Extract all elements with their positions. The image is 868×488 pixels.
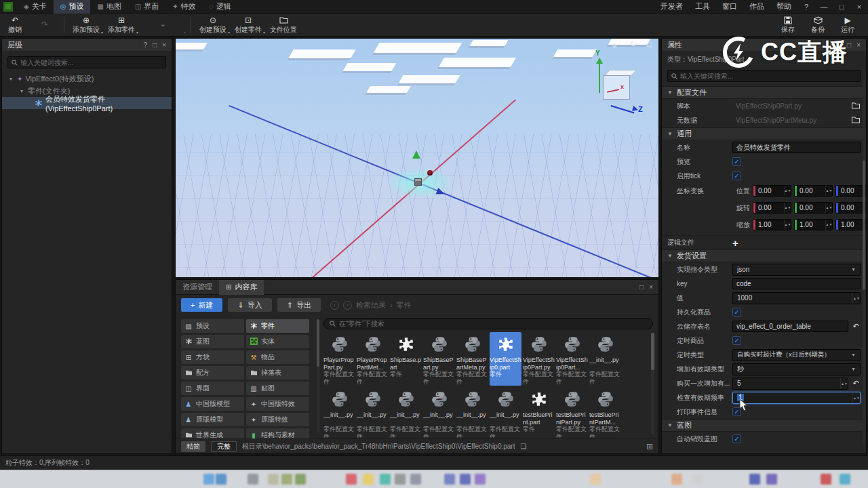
file-item[interactable]: __init__.py零件配置文件 — [589, 332, 621, 386]
undo-button[interactable]: ↶撤销 — [0, 14, 30, 37]
taskbar-icon[interactable] — [840, 474, 850, 485]
menu-window[interactable]: 窗口 — [716, 1, 743, 12]
category-vanilla-model[interactable]: ♟原版模型 — [181, 413, 244, 426]
section-blueprint[interactable]: ▼蓝图 — [662, 419, 866, 432]
float-panel-icon[interactable]: □ — [153, 41, 157, 49]
maximize-icon[interactable]: □ — [833, 3, 850, 11]
tree-item-vipeffect0[interactable]: ▾ ✦ VipEffect0(特效预设) — [2, 73, 172, 85]
maximize-viewport-icon[interactable]: □ — [647, 40, 652, 49]
taskbar-icon[interactable] — [216, 474, 226, 485]
taskbar-icon[interactable] — [410, 474, 421, 485]
tab-logic[interactable]: ◌逻辑 — [203, 0, 238, 14]
file-item[interactable]: ShipBasePartMeta.py零件配置文件 — [456, 332, 488, 386]
viewport-3d[interactable]: ↔↕ ↻ □ Y x Z — [175, 38, 659, 278]
spinner-icon[interactable]: ▲▼ — [784, 220, 791, 230]
file-item[interactable]: __init__.py零件配置文件 — [423, 387, 455, 438]
taskbar-icon[interactable] — [395, 474, 406, 485]
file-item-selected[interactable]: VipEffectShip0.part零件 — [490, 332, 521, 386]
minimize-icon[interactable]: — — [815, 3, 833, 11]
taskbar-icon[interactable] — [821, 474, 831, 485]
collapse-arrow-icon[interactable]: ▾ — [7, 76, 14, 82]
category-texture[interactable]: ▥贴图 — [246, 382, 309, 395]
tree-item-ship-part[interactable]: 会员特效发货零件(VipEffectShip0Part) — [2, 97, 172, 109]
file-item[interactable]: PlayerPropPartMet...零件配置文件 — [357, 332, 389, 386]
spinner-icon[interactable]: ▲▼ — [784, 186, 791, 196]
copy-path-icon[interactable]: ❏ — [520, 443, 526, 450]
category-part[interactable]: 零件 — [246, 319, 309, 333]
properties-search[interactable] — [667, 70, 861, 82]
browse-folder-icon[interactable] — [851, 116, 861, 125]
taskbar-icon[interactable] — [444, 474, 455, 485]
hierarchy-search-input[interactable] — [20, 59, 162, 66]
section-general[interactable]: ▼通用 — [662, 127, 866, 140]
taskbar-icon[interactable] — [268, 474, 279, 485]
check-freq-stepper-focused[interactable]: 1▲▼ — [732, 392, 861, 404]
float-panel-icon[interactable]: □ — [847, 41, 851, 49]
taskbar-icon[interactable] — [363, 474, 374, 485]
tab-content-library[interactable]: ⊞内容库 — [219, 280, 264, 295]
create-part-button[interactable]: ⊡创建零件▾ — [231, 14, 266, 37]
timed-checkbox[interactable] — [732, 336, 741, 345]
tab-level[interactable]: ◈关卡 — [17, 0, 54, 14]
export-button[interactable]: ⇑导出 — [277, 298, 321, 312]
category-ui[interactable]: ◫界面 — [181, 382, 244, 395]
revert-icon[interactable]: ↶ — [851, 322, 861, 331]
category-block[interactable]: ⊞方块 — [181, 350, 244, 364]
file-item[interactable]: __init__.py零件配置文件 — [490, 387, 521, 438]
file-item[interactable]: ShipBase.part零件 — [390, 332, 422, 386]
taskbar-icon[interactable] — [460, 474, 471, 485]
properties-scrollbar[interactable] — [863, 79, 865, 445]
revert-icon[interactable]: ↶ — [851, 379, 861, 388]
rotation-y-input[interactable]: 0.00▲▼ — [794, 202, 833, 214]
file-search[interactable]: 在“零件”下搜索 — [323, 318, 653, 329]
spinner-icon[interactable]: ▲▼ — [825, 186, 832, 196]
category-item[interactable]: ⚒物品 — [246, 350, 309, 364]
properties-search-input[interactable] — [680, 73, 856, 80]
taskbar-icon[interactable] — [671, 474, 682, 485]
new-button[interactable]: +新建 — [181, 298, 222, 312]
float-panel-icon[interactable]: □ — [639, 283, 644, 291]
category-entity[interactable]: 实体 — [246, 335, 309, 348]
help-icon[interactable]: ? — [797, 3, 815, 11]
close-icon[interactable]: × — [850, 3, 868, 11]
category-cn-model[interactable]: ♟中国版模型 — [181, 397, 244, 411]
menu-works[interactable]: 作品 — [743, 1, 770, 12]
file-item[interactable]: __init__.py零件配置文件 — [456, 387, 488, 438]
category-blueprint[interactable]: 蓝图 — [181, 335, 244, 348]
taskbar-icon[interactable] — [475, 474, 486, 485]
tab-map[interactable]: ▦地图 — [90, 0, 127, 14]
collapse-arrow-icon[interactable]: ▾ — [18, 88, 25, 94]
help-icon[interactable]: ? — [838, 41, 842, 49]
tab-resource-manager[interactable]: 资源管理 — [176, 280, 219, 295]
taskbar-icon[interactable] — [766, 474, 777, 485]
category-worldgen[interactable]: 世界生成 — [181, 428, 244, 439]
taskbar-icon[interactable] — [692, 474, 703, 485]
cmd-type-dropdown[interactable]: json▼ — [732, 264, 861, 276]
tab-effects[interactable]: ✦特效 — [165, 0, 202, 14]
spinner-icon[interactable]: ▲▼ — [852, 293, 860, 304]
gizmo-x-handle[interactable] — [427, 170, 433, 176]
pan-icon[interactable]: ↔↕ — [610, 40, 619, 49]
view-full-button[interactable]: 完整 — [211, 441, 237, 452]
backup-button[interactable]: 备份 — [803, 14, 833, 37]
position-x-input[interactable]: 0.00▲▼ — [753, 185, 791, 197]
hierarchy-search[interactable] — [7, 56, 166, 68]
help-icon[interactable]: ? — [144, 41, 148, 49]
table-name-input[interactable] — [732, 321, 848, 332]
tab-preset[interactable]: ◎预设 — [54, 0, 91, 14]
enable-tick-checkbox[interactable] — [732, 171, 741, 180]
category-loot-table[interactable]: 掉落表 — [246, 366, 309, 380]
scale-x-input[interactable]: 1.00▲▼ — [753, 219, 791, 230]
save-button[interactable]: 保存 — [773, 14, 803, 37]
file-item[interactable]: ShipBasePart.py零件配置文件 — [423, 332, 455, 386]
timer-type-dropdown[interactable]: 自购买时起计费（x日后到期类）▼ — [732, 349, 861, 361]
menu-tools[interactable]: 工具 — [689, 1, 716, 12]
spinner-icon[interactable]: ▲▼ — [852, 392, 860, 403]
orientation-gizmo[interactable]: Y x Z — [589, 55, 644, 117]
menu-help[interactable]: 帮助 — [770, 1, 797, 12]
add-part-button[interactable]: ⊞添加零件▾ — [104, 14, 139, 37]
period-type-dropdown[interactable]: 秒▼ — [732, 363, 861, 375]
add-preset-button[interactable]: ⊕添加预设▾ — [68, 14, 104, 37]
category-vanilla-effect[interactable]: ✦原版特效 — [246, 413, 309, 426]
rotation-x-input[interactable]: 0.00▲▼ — [753, 202, 791, 214]
